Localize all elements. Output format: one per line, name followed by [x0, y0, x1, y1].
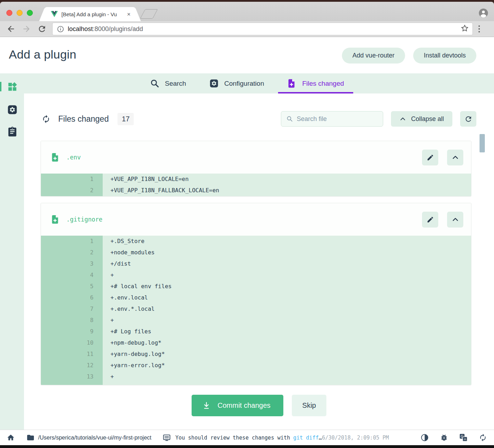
- diff-line-content: +.env.*.local: [103, 303, 471, 315]
- diff-line-content: +yarn-debug.log*: [103, 349, 471, 360]
- back-button-icon[interactable]: [6, 24, 16, 34]
- bookmark-star-icon[interactable]: [460, 24, 469, 34]
- commit-changes-label: Commit changes: [218, 401, 271, 410]
- diff-line-content: +npm-debug.log*: [103, 337, 471, 349]
- diff-line: 2 +VUE_APP_I18N_FALLBACK_LOCALE=en: [41, 185, 471, 196]
- files-toolbar: Collapse all: [281, 111, 476, 127]
- diff-line-content: +: [103, 315, 471, 326]
- file-plus-icon: [287, 79, 297, 88]
- status-message[interactable]: You should review these changes with git…: [175, 435, 389, 441]
- sync-icon[interactable]: [479, 434, 487, 442]
- translate-icon[interactable]: GA: [459, 434, 468, 442]
- close-tab-icon[interactable]: ×: [127, 11, 131, 17]
- diff-line-number: 3: [41, 258, 103, 270]
- tab-label: Search: [165, 80, 186, 87]
- forward-button-icon[interactable]: [22, 24, 31, 34]
- file-diff: 1 +VUE_APP_I18N_LOCALE=en 2 +VUE_APP_I18…: [41, 174, 471, 196]
- diff-line-content: +# local env files: [103, 281, 471, 292]
- diff-line-number: 12: [41, 360, 103, 371]
- vue-favicon: [51, 11, 58, 17]
- dark-mode-contrast-icon[interactable]: [421, 434, 429, 442]
- vue-ui-app: Add a plugin Add vue-router Install devt…: [0, 37, 494, 445]
- tasks-clipboard-icon[interactable]: [7, 126, 18, 137]
- file-diff: 1 +.DS_Store 2 +node_modules 3 +/dist 4 …: [41, 236, 471, 385]
- file-card: .gitignore 1 +.DS_Store 2 +node_modules …: [41, 203, 471, 385]
- diff-line-number: 11: [41, 349, 103, 360]
- edit-file-button[interactable]: [422, 150, 438, 165]
- tab-configuration[interactable]: Configuration: [200, 73, 273, 93]
- widgets-icon[interactable]: [7, 81, 18, 92]
- window-bottom-edge: [0, 445, 494, 448]
- minimize-window-button[interactable]: [17, 10, 23, 16]
- status-bar-tools: GA: [421, 434, 487, 442]
- diff-line: 11 +yarn-debug.log*: [41, 349, 471, 360]
- scrollbar-thumb[interactable]: [480, 134, 485, 152]
- install-devtools-button[interactable]: Install devtools: [413, 48, 476, 63]
- url-bar[interactable]: localhost:8000/plugins/add: [52, 23, 473, 35]
- home-icon[interactable]: [7, 434, 15, 442]
- edit-file-button[interactable]: [422, 212, 438, 228]
- status-bar: /Users/sperica/tutorials/vue-ui/my-first…: [0, 430, 494, 445]
- diff-line: 12 +yarn-error.log*: [41, 360, 471, 371]
- diff-line-content: +node_modules: [103, 247, 471, 258]
- file-actions: [422, 150, 463, 165]
- browser-menu-icon[interactable]: [478, 25, 480, 32]
- diff-line: 2 +node_modules: [41, 247, 471, 258]
- add-vue-router-button[interactable]: Add vue-router: [342, 48, 405, 63]
- settings-icon: [209, 79, 219, 88]
- collapse-all-label: Collapse all: [411, 115, 444, 123]
- sidebar-active-indicator: [0, 82, 1, 91]
- commit-changes-button[interactable]: Commit changes: [192, 395, 283, 416]
- traffic-lights: [6, 10, 33, 16]
- diff-line: 4 +: [41, 270, 471, 281]
- console-log-icon[interactable]: [163, 434, 171, 442]
- commit-actions: Commit changes Skip: [24, 395, 494, 416]
- url-path: :8000/plugins/add: [93, 25, 143, 32]
- file-actions: [422, 212, 463, 228]
- diff-line-number: 4: [41, 270, 103, 281]
- file-name: .env: [66, 154, 81, 161]
- diff-line: 14: [41, 382, 471, 385]
- file-added-icon: [51, 152, 59, 162]
- settings-box-icon[interactable]: [7, 104, 18, 115]
- diff-line-number: 2: [41, 247, 103, 258]
- zoom-window-button[interactable]: [27, 10, 33, 16]
- refresh-files-button[interactable]: [460, 111, 476, 127]
- close-window-button[interactable]: [6, 10, 12, 16]
- diff-line-number: 10: [41, 337, 103, 349]
- diff-line-number: 13: [41, 371, 103, 382]
- diff-line: 13 +: [41, 371, 471, 382]
- status-timestamp: 6/30/2018, 2:09:05 PM: [322, 435, 389, 441]
- bug-report-icon[interactable]: [440, 434, 448, 442]
- file-search-input[interactable]: [297, 115, 378, 123]
- browser-tab[interactable]: [Beta] Add a plugin - Vu ×: [46, 7, 134, 21]
- sidebar: [0, 73, 24, 448]
- new-tab-button[interactable]: [140, 9, 158, 19]
- tab-bar: Search Configuration Files changed: [0, 73, 494, 93]
- diff-line-content: +.env.local: [103, 292, 471, 303]
- diff-line: 9 +# Log files: [41, 326, 471, 337]
- header-actions: Add vue-router Install devtools: [342, 48, 476, 63]
- skip-button[interactable]: Skip: [292, 395, 327, 416]
- collapse-file-button[interactable]: [447, 212, 463, 228]
- reload-button-icon[interactable]: [37, 24, 47, 34]
- collapse-file-button[interactable]: [447, 150, 463, 165]
- project-path[interactable]: /Users/sperica/tutorials/vue-ui/my-first…: [38, 435, 151, 441]
- collapse-all-button[interactable]: Collapse all: [391, 111, 452, 127]
- profile-avatar-icon[interactable]: [478, 8, 488, 18]
- diff-line: 8 +: [41, 315, 471, 326]
- folder-icon[interactable]: [26, 434, 35, 442]
- diff-line-number: 1: [41, 174, 103, 185]
- diff-line-number: 1: [41, 236, 103, 247]
- diff-line-content: +yarn-error.log*: [103, 360, 471, 371]
- tab-files-changed[interactable]: Files changed: [278, 73, 353, 93]
- diff-line: 7 +.env.*.local: [41, 303, 471, 315]
- browser-tab-title: [Beta] Add a plugin - Vu: [61, 11, 117, 17]
- files-count-badge: 17: [118, 113, 134, 125]
- search-icon: [286, 115, 293, 122]
- app-header: Add a plugin Add vue-router Install devt…: [0, 37, 494, 73]
- tab-search[interactable]: Search: [141, 73, 195, 93]
- page-info-icon[interactable]: [57, 25, 64, 33]
- file-name: .gitignore: [66, 216, 102, 223]
- page-title: Add a plugin: [9, 48, 76, 61]
